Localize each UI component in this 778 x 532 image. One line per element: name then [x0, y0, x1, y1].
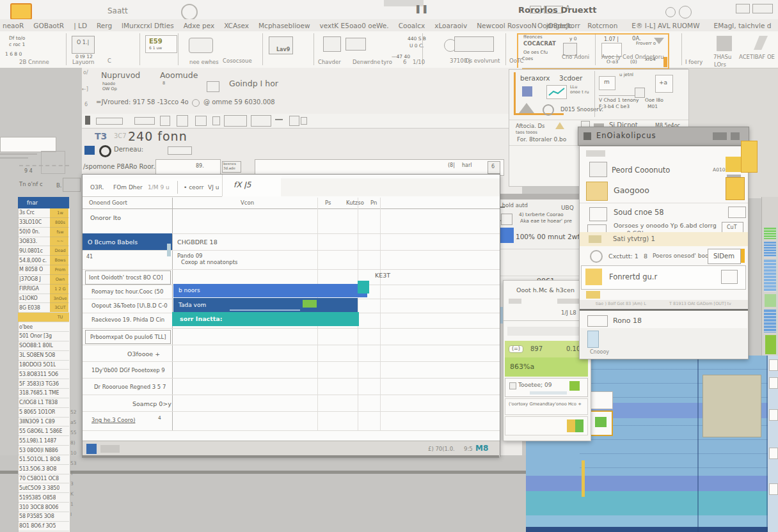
help-circle-icon[interactable] — [679, 6, 692, 19]
grid-cell-note[interactable] — [769, 448, 778, 459]
toolbar-icon[interactable] — [134, 117, 155, 125]
toolbar-icon[interactable] — [195, 116, 207, 126]
dialog-row-label[interactable]: Roomay toc hour.Cooc (50 — [91, 288, 163, 295]
badge-blue[interactable] — [764, 242, 776, 257]
corner-icon[interactable] — [721, 270, 738, 284]
toolbar-icon[interactable] — [224, 115, 247, 127]
table-row[interactable]: 18ODOI3 5O1L — [18, 361, 69, 370]
table-row[interactable]: 50)0 0n. fsw — [18, 228, 69, 237]
window-control-icon[interactable] — [752, 4, 773, 13]
toolbar-icon[interactable] — [212, 116, 220, 125]
table-row[interactable]: 8O1 8O6.f 3O5 — [18, 522, 69, 531]
mid-title3[interactable]: UBQ — [561, 205, 574, 211]
lt-blue-header[interactable] — [18, 197, 69, 208]
col-header[interactable]: Vcon — [241, 200, 254, 206]
menu-tab[interactable]: neaoR — [3, 22, 24, 29]
table-row[interactable]: FIRRIGA 1 2 G — [18, 285, 69, 294]
t3-chip[interactable]: T3 — [95, 132, 107, 141]
table-row[interactable]: 3L SO8EN 5O8 — [18, 351, 69, 361]
table-row[interactable]: 501 Onor [3g — [18, 332, 69, 341]
mini-scrollbar[interactable] — [167, 244, 171, 256]
formula-text[interactable]: =JVroured: 917 58 -13cco 4o — [96, 99, 189, 106]
menu-tab[interactable]: Rotcrnon — [587, 22, 617, 29]
table-row[interactable]: 33LO10C 800s — [18, 218, 69, 228]
table-row[interactable]: 5F 3583)3 TG36 — [18, 379, 69, 389]
table-row[interactable]: SOO88:1 80lL — [18, 341, 69, 351]
dialog-row-label[interactable]: Dr Roooruoe Regned 3 5 7 — [94, 384, 166, 390]
table-row[interactable]: 55 G8O6L 1 586E — [18, 426, 69, 436]
menu-tab[interactable]: | LD — [74, 22, 87, 29]
table-row[interactable]: 3O833. ~~ — [18, 237, 69, 247]
bar-dark-blue[interactable]: Tada vom — [173, 298, 358, 312]
toolbar-icon[interactable] — [301, 117, 307, 125]
grid-cell-note[interactable] — [769, 409, 778, 421]
close-icon[interactable] — [731, 132, 740, 140]
menu-tab[interactable]: Mcphaseblioew — [258, 22, 310, 29]
dialog-row-label[interactable]: 1Dy'0b00 DGf Pooetoxep 9 — [91, 367, 165, 373]
toolbar-icon[interactable] — [251, 115, 271, 127]
badge-green[interactable] — [765, 335, 776, 354]
side-input[interactable] — [0, 137, 56, 152]
menu-tab[interactable]: GOBaotR — [33, 22, 64, 29]
badge-blue[interactable] — [764, 309, 776, 332]
sub-white-row1[interactable]: Tooetee; 09 — [505, 378, 588, 397]
toolbar-icon[interactable] — [85, 116, 90, 125]
dialog-row-label[interactable]: Iont Ooidoth' trocst 8O CO] — [89, 274, 163, 281]
table-row[interactable]: C/lOG8 L1 T838 — [18, 398, 69, 408]
blue-grid-icon[interactable] — [522, 86, 532, 97]
table-row[interactable]: 318.7685.1 TME — [18, 389, 69, 398]
panel-card[interactable]: Fonrertd gu.r — [581, 265, 746, 290]
user-circle-icon[interactable] — [665, 7, 676, 17]
checkbox-icon[interactable] — [509, 382, 516, 389]
clock-icon[interactable] — [543, 104, 554, 116]
col-header[interactable]: Kutzso — [346, 200, 364, 206]
grid-icon[interactable] — [207, 81, 219, 92]
blue-tile-icon[interactable] — [587, 331, 599, 348]
table-row[interactable]: 9U.0801c Dead — [18, 246, 69, 256]
table-row[interactable]: 70 C58O11 OC8 — [18, 474, 69, 484]
col-header[interactable]: Pn — [370, 200, 377, 206]
table-row[interactable]: 513.5O6.3 8O8 — [18, 465, 69, 474]
dialog-row-label[interactable]: O3foooe + — [127, 350, 160, 357]
panel-row-label[interactable]: Peord Cooonuto — [612, 167, 670, 175]
table-row[interactable]: o'bee — [18, 322, 69, 332]
window-control-icon[interactable] — [736, 4, 750, 13]
table-row[interactable]: 58 P3585 3O8 — [18, 512, 69, 522]
fx-label[interactable]: fX ǀ5 — [234, 181, 251, 189]
panel-row-label[interactable]: Rono 18 — [613, 317, 642, 324]
bar-blue[interactable]: b noors — [173, 284, 367, 297]
mini-box[interactable] — [635, 88, 645, 98]
dialog-row-label[interactable]: O Bcumo Babels — [88, 239, 138, 246]
table-row[interactable]: 53 08O0)l N886 — [18, 446, 69, 455]
funnel-icon[interactable] — [654, 38, 664, 44]
dialog-row-label[interactable]: Soamcp 0>y — [132, 400, 171, 407]
shape-icon[interactable] — [323, 36, 341, 52]
table-row[interactable]: 53.8O8311 5O6 — [18, 370, 69, 379]
badge-green[interactable] — [764, 228, 776, 239]
clipboard-icon[interactable] — [717, 36, 732, 51]
dialog-row-label[interactable]: 3ng he.3 Cooro) — [91, 417, 135, 423]
toolbar-icon[interactable] — [96, 118, 123, 125]
cream-row[interactable]: Sati ytvtrg) 1 — [580, 232, 748, 246]
dialog-row-label[interactable]: Onoror Ito — [90, 214, 121, 221]
sidem-button[interactable]: SIDem — [708, 249, 741, 264]
footer-icon[interactable] — [86, 444, 97, 454]
dialog-row-label[interactable]: Oopout 3&Toeto [U\.B.D C-0 — [91, 302, 168, 309]
dialog-tab[interactable]: VJ u — [208, 185, 219, 191]
target-circle-icon[interactable] — [99, 145, 111, 157]
table-row[interactable]: 3IIN3O9 1 C89 — [18, 418, 69, 427]
dialog-tab[interactable]: FOm Dher — [113, 185, 143, 191]
table-row[interactable]: 5195385 O858 — [18, 493, 69, 503]
menu-tab[interactable]: Newcool RosvooN — [477, 22, 536, 29]
dialog-row-label[interactable]: Prboomxpat Oo puulo6 TLL] — [90, 334, 166, 340]
table-row[interactable]: 5 8065 1O1OR — [18, 408, 69, 418]
lightning-icon[interactable] — [754, 36, 768, 50]
dialog-tab[interactable]: • ceorr — [184, 185, 203, 191]
sub-green-row1[interactable]: (=) 897 0.10 — [505, 341, 588, 358]
col-header[interactable]: Onoend Goort — [89, 200, 127, 206]
gray-window-titlebar[interactable]: EnOiakolipcus — [578, 127, 749, 146]
formula-text2[interactable]: @ omme 59 6030.008 — [203, 99, 275, 106]
blue-square-icon[interactable] — [84, 146, 95, 155]
grid-cell-note[interactable] — [769, 377, 778, 389]
mini-chip[interactable] — [168, 146, 192, 155]
